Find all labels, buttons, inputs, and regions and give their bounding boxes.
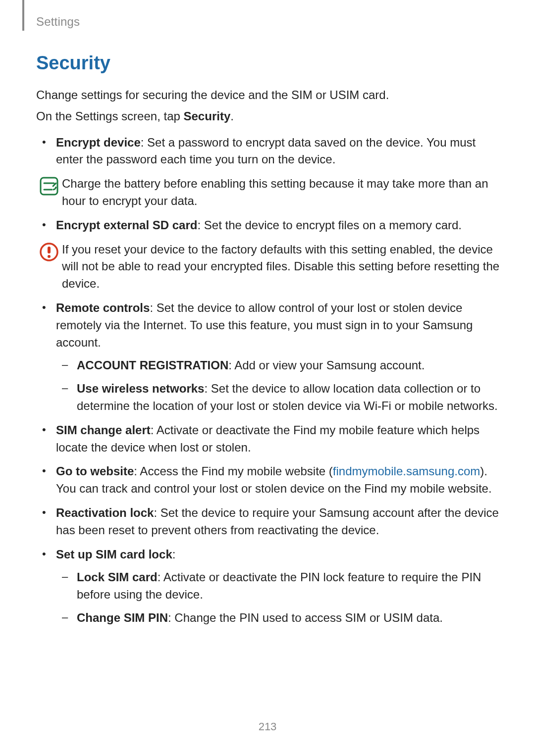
- header-rule: [22, 0, 24, 31]
- item-label: Remote controls: [56, 301, 150, 314]
- warning-text: If you reset your device to the factory …: [62, 241, 500, 293]
- item-label: SIM change alert: [56, 423, 151, 437]
- item-label: Encrypt external SD card: [56, 218, 197, 232]
- content: Security Change settings for securing th…: [36, 52, 500, 634]
- list-item: SIM change alert: Activate or deactivate…: [56, 422, 500, 456]
- item-label: Encrypt device: [56, 136, 141, 149]
- item-text: : Change the PIN used to access SIM or U…: [168, 611, 443, 624]
- intro2-pre: On the Settings screen, tap: [36, 109, 184, 123]
- item-label: Lock SIM card: [77, 570, 158, 584]
- list-item: Encrypt device: Set a password to encryp…: [56, 134, 500, 210]
- intro2-bold: Security: [184, 109, 231, 123]
- item-label: Set up SIM card lock: [56, 548, 172, 561]
- item-label: ACCOUNT REGISTRATION: [77, 358, 228, 372]
- page: Settings Security Change settings for se…: [0, 0, 535, 756]
- list-item: Go to website: Access the Find my mobile…: [56, 463, 500, 498]
- note-icon: [36, 175, 62, 196]
- svg-rect-2: [48, 247, 51, 253]
- note-callout: Charge the battery before enabling this …: [36, 175, 500, 210]
- item-text: :: [172, 548, 176, 561]
- item-text: : Add or view your Samsung account.: [228, 358, 425, 372]
- list-item: Reactivation lock: Set the device to req…: [56, 504, 500, 539]
- item-label: Use wireless networks: [77, 382, 204, 395]
- page-number: 213: [0, 720, 535, 733]
- note-text: Charge the battery before enabling this …: [62, 175, 500, 210]
- intro-line-2: On the Settings screen, tap Security.: [36, 108, 500, 125]
- intro2-post: .: [230, 109, 234, 123]
- item-label: Go to website: [56, 464, 134, 478]
- sub-bullet-list: Lock SIM card: Activate or deactivate th…: [56, 569, 500, 626]
- findmymobile-link[interactable]: findmymobile.samsung.com: [333, 464, 480, 478]
- item-text-pre: : Access the Find my mobile website (: [134, 464, 332, 478]
- intro-line-1: Change settings for securing the device …: [36, 87, 500, 104]
- warning-icon: [36, 241, 62, 262]
- section-label: Settings: [36, 15, 80, 29]
- item-label: Reactivation lock: [56, 506, 154, 519]
- page-title: Security: [36, 52, 500, 74]
- svg-point-3: [48, 255, 51, 258]
- list-item: Use wireless networks: Set the device to…: [77, 380, 500, 415]
- list-item: Set up SIM card lock: Lock SIM card: Act…: [56, 546, 500, 627]
- item-label: Change SIM PIN: [77, 611, 168, 624]
- warning-callout: If you reset your device to the factory …: [36, 241, 500, 293]
- bullet-list: Encrypt device: Set a password to encryp…: [36, 134, 500, 627]
- item-text: : Set the device to encrypt files on a m…: [197, 218, 462, 232]
- svg-rect-0: [41, 178, 57, 195]
- list-item: ACCOUNT REGISTRATION: Add or view your S…: [77, 357, 500, 374]
- list-item: Change SIM PIN: Change the PIN used to a…: [77, 609, 500, 627]
- list-item: Remote controls: Set the device to allow…: [56, 300, 500, 415]
- list-item: Lock SIM card: Activate or deactivate th…: [77, 569, 500, 604]
- list-item: Encrypt external SD card: Set the device…: [56, 217, 500, 293]
- sub-bullet-list: ACCOUNT REGISTRATION: Add or view your S…: [56, 357, 500, 414]
